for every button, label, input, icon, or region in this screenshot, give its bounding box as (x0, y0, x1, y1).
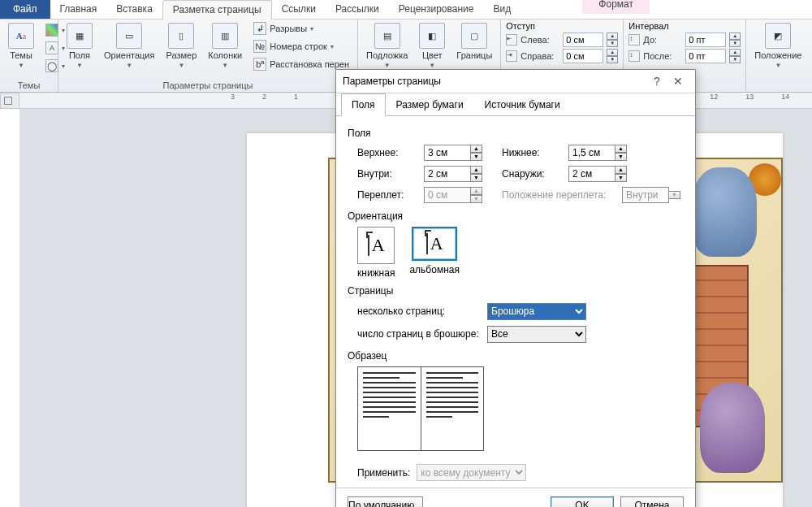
size-icon: ▯ (168, 23, 194, 49)
breaks-icon: ↲ (253, 22, 266, 35)
section-pages: Страницы (348, 285, 684, 297)
orientation-landscape[interactable]: Aальбомная (409, 227, 460, 279)
default-button[interactable]: По умолчанию... (348, 496, 423, 507)
spin-bottom[interactable]: ▲▼ (615, 145, 627, 161)
ruler-tick: 12 (710, 93, 718, 101)
label-apply-to: Применить: (357, 467, 410, 479)
page-setup-dialog: Параметры страницы ? ✕ Поля Размер бумаг… (335, 69, 696, 507)
label-gutter: Переплет: (357, 189, 424, 201)
position-button[interactable]: ◩Положение▼ (751, 21, 805, 71)
dialog-tab-margins[interactable]: Поля (341, 93, 386, 116)
tab-home[interactable]: Главная (50, 0, 107, 19)
dialog-tab-source[interactable]: Источник бумаги (474, 93, 571, 116)
label-multi-pages: несколько страниц: (357, 306, 487, 317)
group-label-page-setup: Параметры страницы (63, 80, 352, 92)
orientation-button[interactable]: ▭Ориентация▼ (101, 21, 158, 71)
line-numbers-icon: № (253, 40, 266, 53)
spacing-after-spinners[interactable]: ▲▼ (729, 49, 741, 63)
input-gutter (424, 187, 471, 203)
label-top-margin: Верхнее: (357, 147, 424, 158)
spin-outside[interactable]: ▲▼ (615, 166, 627, 182)
ruler-tick: 14 (781, 93, 789, 101)
cancel-button[interactable]: Отмена (620, 496, 684, 507)
orientation-portrait[interactable]: Aкнижная (357, 227, 395, 279)
close-button[interactable]: ✕ (667, 75, 689, 88)
fonts-icon: A (45, 41, 58, 54)
select-sheets-per-booklet[interactable]: Все (487, 326, 586, 343)
indent-right-spinners[interactable]: ▲▼ (607, 49, 618, 63)
tab-mailings[interactable]: Рассылки (326, 0, 389, 19)
margins-button[interactable]: ▦Поля▼ (63, 21, 96, 71)
size-button[interactable]: ▯Размер▼ (162, 21, 200, 71)
spacing-before-input[interactable] (685, 32, 726, 47)
dialog-tab-paper[interactable]: Размер бумаги (386, 93, 474, 116)
input-top-margin[interactable] (424, 145, 471, 161)
input-bottom-margin[interactable] (568, 145, 615, 161)
spacing-title: Интервал (628, 21, 668, 31)
spacing-after-input[interactable] (685, 49, 726, 63)
position-icon: ◩ (765, 23, 791, 49)
label-outside-margin: Снаружи: (502, 168, 568, 180)
section-fields: Поля (348, 128, 684, 139)
help-button[interactable]: ? (646, 75, 667, 88)
themes-button[interactable]: Aa Темы▼ (5, 21, 37, 71)
select-apply-to: ко всему документу (417, 464, 526, 481)
ribbon-tabs: Файл Главная Вставка Разметка страницы С… (0, 0, 812, 20)
indent-right-input[interactable] (563, 49, 603, 63)
spin-top[interactable]: ▲▼ (470, 145, 482, 161)
tab-page-layout[interactable]: Разметка страницы (162, 0, 272, 20)
watermark-icon: ▤ (374, 23, 400, 49)
indent-right-icon: ⇥ (506, 50, 517, 62)
indent-left-input[interactable] (563, 32, 603, 47)
page-color-button[interactable]: ◧Цвет▼ (416, 21, 448, 71)
page-borders-button[interactable]: ▢Границы (453, 21, 495, 62)
tab-selector-icon[interactable] (4, 97, 12, 105)
group-label-themes: Темы (5, 80, 53, 92)
dialog-title: Параметры страницы (343, 76, 646, 87)
select-multi-pages[interactable]: Брошюра (487, 303, 586, 320)
indent-left-icon: ⇤ (506, 34, 517, 46)
ruler-tick: 1 (294, 93, 298, 101)
page-color-icon: ◧ (419, 23, 445, 49)
spacing-before-icon: ↕ (628, 34, 640, 46)
section-orientation: Ориентация (348, 210, 684, 222)
columns-button[interactable]: ▥Колонки▼ (205, 21, 245, 71)
orientation-icon: ▭ (116, 23, 142, 49)
label-inside-margin: Внутри: (357, 168, 424, 180)
tab-view[interactable]: Вид (483, 0, 520, 19)
colors-icon (45, 24, 58, 37)
section-preview: Образец (348, 350, 684, 362)
tab-file[interactable]: Файл (0, 0, 50, 19)
ruler-tick: 3 (231, 93, 235, 101)
label-gutter-pos: Положение переплета: (502, 189, 622, 201)
line-numbers-button[interactable]: №Номера строк▾ (250, 39, 352, 54)
tab-format-contextual[interactable]: Формат (582, 0, 650, 14)
tab-insert[interactable]: Вставка (106, 0, 162, 19)
page-borders-icon: ▢ (461, 23, 487, 49)
hyphenation-icon: bª (253, 58, 266, 71)
columns-icon: ▥ (212, 23, 238, 49)
themes-icon: Aa (8, 23, 34, 49)
watermark-button[interactable]: ▤Подложка▼ (363, 21, 411, 71)
tab-review[interactable]: Рецензирование (389, 0, 484, 19)
spin-gutter-pos: ▼ (668, 191, 680, 199)
margins-icon: ▦ (67, 23, 93, 49)
preview-thumbnail (357, 366, 484, 451)
ruler-tick: 2 (262, 93, 266, 101)
spin-inside[interactable]: ▲▼ (470, 166, 482, 182)
tab-references[interactable]: Ссылки (272, 0, 326, 19)
ruler-corner (0, 93, 19, 109)
label-sheets-per-booklet: число страниц в брошюре: (357, 328, 487, 340)
spacing-after-icon: ↕ (628, 50, 640, 62)
input-inside-margin[interactable] (424, 166, 471, 182)
input-gutter-pos (622, 187, 669, 203)
breaks-button[interactable]: ↲Разрывы▾ (250, 21, 352, 36)
input-outside-margin[interactable] (568, 166, 615, 182)
label-bottom-margin: Нижнее: (502, 147, 568, 158)
ruler-tick: 13 (745, 93, 754, 101)
spacing-before-spinners[interactable]: ▲▼ (729, 32, 741, 47)
spin-gutter: ▲▼ (470, 187, 482, 203)
ok-button[interactable]: OK (551, 496, 614, 507)
indent-title: Отступ (506, 21, 535, 31)
indent-left-spinners[interactable]: ▲▼ (607, 32, 618, 47)
